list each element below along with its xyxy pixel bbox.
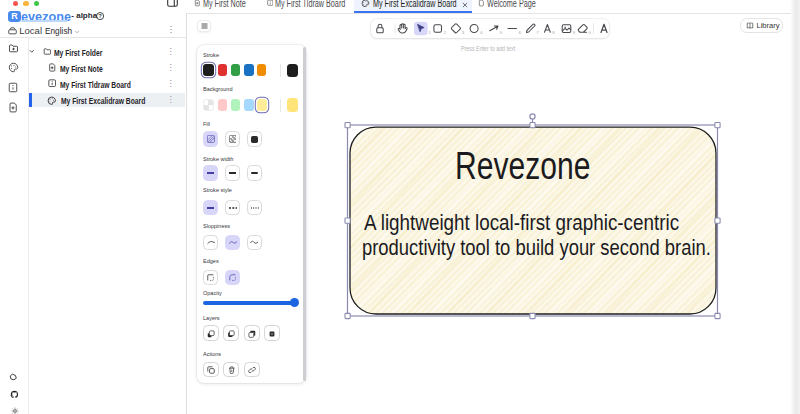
- svg-text:8: 8: [552, 30, 555, 35]
- svg-text:3: 3: [462, 30, 465, 35]
- svg-text:4: 4: [480, 30, 483, 35]
- svg-text:6: 6: [518, 30, 521, 35]
- svg-text:7: 7: [536, 30, 539, 35]
- svg-text:2: 2: [444, 30, 447, 35]
- svg-text:5: 5: [500, 30, 503, 35]
- svg-text:9: 9: [573, 30, 576, 35]
- svg-text:1: 1: [428, 30, 431, 35]
- svg-text:0: 0: [589, 30, 592, 35]
- svg-text:?: ?: [99, 13, 102, 19]
